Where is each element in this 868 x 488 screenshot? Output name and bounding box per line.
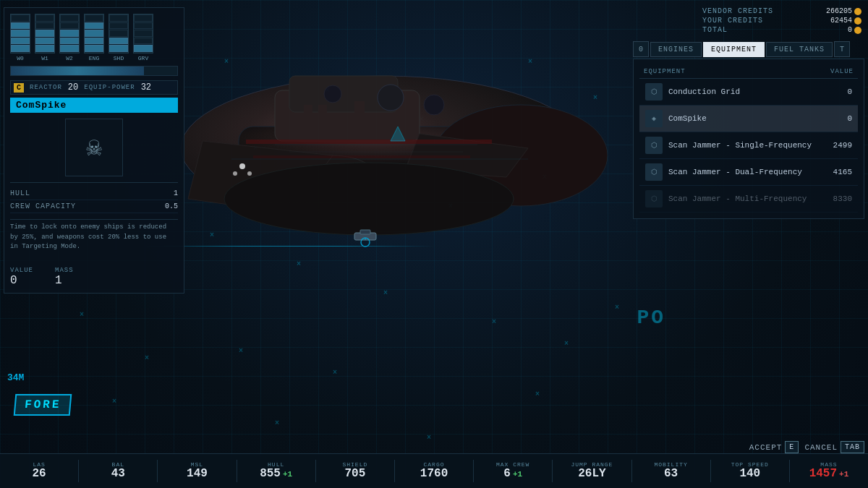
equip-item-2[interactable]: ⬡ Scan Jammer - Single-Frequency 2499 <box>639 132 858 159</box>
accept-cancel-bar: ACCEPT E CANCEL TAB <box>749 441 864 453</box>
equip-icon-0: ⬡ <box>645 83 663 100</box>
tab-t[interactable]: T <box>834 41 850 57</box>
equipment-col-label: EQUIPMENT <box>644 68 686 75</box>
stat-bar-w2: W2 <box>59 14 80 61</box>
equip-icon-2: ⬡ <box>645 137 663 154</box>
small-ship-object <box>347 224 383 253</box>
equip-name-4: Scan Jammer - Multi-Frequency <box>668 194 817 203</box>
stat-bar-grv: GRV <box>133 14 153 61</box>
scan-line <box>145 246 434 247</box>
tab-engines[interactable]: ENGINES <box>650 42 702 57</box>
cargo-value: 1760 <box>420 468 448 481</box>
msl-value: 149 <box>187 468 208 481</box>
equip-icon-3: ⬡ <box>645 163 663 181</box>
reactor-row: C REACTOR 20 EQUIP-POWER 32 <box>10 80 178 95</box>
distance-label: 34M <box>7 372 24 383</box>
svg-rect-21 <box>253 155 470 158</box>
bottom-stats-bar: LAS 26 BAL 43 MSL 149 HULL 855+1 SHIELD … <box>0 453 868 488</box>
equip-name-1: ComSpike <box>668 114 817 123</box>
equip-name-0: Conduction Grid <box>668 87 817 96</box>
crew-stat-row: CREW CAPACITY 0.5 <box>10 200 178 213</box>
equip-item-4[interactable]: ⬡ Scan Jammer - Multi-Frequency 8330 <box>639 186 858 213</box>
fore-label: FORE <box>14 394 72 416</box>
credits-area: VENDOR CREDITS 266205 YOUR CREDITS 62454… <box>633 7 864 35</box>
credit-icon <box>854 8 861 15</box>
equipment-panel: EQUIPMENT VALUE ⬡ Conduction Grid 0 ◈ Co… <box>633 59 864 219</box>
hull-label: HULL <box>10 189 30 197</box>
equip-item-3[interactable]: ⬡ Scan Jammer - Dual-Frequency 4165 <box>639 159 858 186</box>
max-crew-value: 6+1 <box>503 468 522 481</box>
stat-las: LAS 26 <box>0 460 79 482</box>
stat-bar-shd: SHD <box>109 14 129 61</box>
cancel-button[interactable]: CANCEL TAB <box>804 441 864 453</box>
your-credits-value: 62454 <box>830 17 861 25</box>
selected-item-name: ComSpike <box>10 98 178 113</box>
stat-bar-w1: W1 <box>35 14 55 61</box>
reactor-value: 20 <box>68 82 78 93</box>
left-panel: W0 W1 <box>4 7 184 294</box>
jump-range-value: 26LY <box>578 468 605 481</box>
mass-group: MASS 1 <box>55 267 74 287</box>
item-icon-area: ☠ <box>65 119 123 176</box>
stat-bal: BAL 43 <box>79 460 158 482</box>
stat-jump-range: JUMP RANGE 26LY <box>553 460 631 482</box>
mass-value: 1457+1 <box>809 468 849 481</box>
svg-point-17 <box>324 85 341 103</box>
mass-amount: 1 <box>55 274 74 287</box>
tab-number[interactable]: 0 <box>633 41 649 57</box>
crew-value: 0.5 <box>165 202 178 210</box>
vendor-credits-row: VENDOR CREDITS 266205 <box>702 7 861 15</box>
vendor-credits-value: 266205 <box>826 7 861 15</box>
right-panel: VENDOR CREDITS 266205 YOUR CREDITS 62454… <box>633 7 864 219</box>
stat-msl: MSL 149 <box>158 460 237 482</box>
your-credits-row: YOUR CREDITS 62454 <box>702 17 861 25</box>
value-group: VALUE 0 <box>10 267 33 287</box>
top-speed-value: 140 <box>739 468 760 481</box>
accept-label: ACCEPT <box>749 443 783 452</box>
x-marker: × <box>275 419 279 427</box>
x-marker: × <box>80 311 84 319</box>
value-mass-row: VALUE 0 MASS 1 <box>10 264 178 287</box>
hull-value: 1 <box>174 189 178 197</box>
your-credits-label: YOUR CREDITS <box>702 17 763 25</box>
stat-bar-w0: W0 <box>10 14 30 61</box>
tab-equipment[interactable]: EQUIPMENT <box>703 42 765 57</box>
total-credits-row: TOTAL 0 <box>702 26 861 34</box>
equip-val-1: 0 <box>823 114 852 123</box>
svg-point-13 <box>239 163 245 169</box>
vendor-credits-label: VENDOR CREDITS <box>702 7 773 15</box>
svg-rect-20 <box>246 140 492 144</box>
equip-icon-4: ⬡ <box>645 190 663 207</box>
svg-rect-28 <box>360 230 370 234</box>
stat-shield: SHIELD 705 <box>316 460 395 482</box>
svg-point-18 <box>424 95 444 115</box>
equip-item-1[interactable]: ◈ ComSpike 0 <box>639 106 858 132</box>
stat-bars-row: W0 W1 <box>10 14 178 61</box>
equip-item-0[interactable]: ⬡ Conduction Grid 0 <box>639 79 858 106</box>
max-crew-label: MAX CREW <box>496 461 529 468</box>
hull-stat-value: 855+1 <box>260 468 292 481</box>
value-col-label: VALUE <box>830 68 854 75</box>
accept-button[interactable]: ACCEPT E <box>749 441 799 453</box>
reactor-grade: C <box>14 83 24 93</box>
credit-icon-2 <box>854 17 861 25</box>
skull-icon: ☠ <box>86 132 102 163</box>
equip-name-2: Scan Jammer - Single-Frequency <box>668 141 817 150</box>
stat-hull: HULL 855+1 <box>237 460 316 482</box>
accept-key: E <box>785 441 799 453</box>
equip-icon-1: ◈ <box>645 110 663 127</box>
total-credits-label: TOTAL <box>702 26 728 34</box>
ship-svg <box>130 14 637 376</box>
total-credits-value: 0 <box>848 26 861 34</box>
tab-fuel-tanks[interactable]: FUEL TANKS <box>766 42 833 57</box>
shield-value: 705 <box>344 468 365 481</box>
stat-cargo: CARGO 1760 <box>395 460 474 482</box>
equip-val-3: 4165 <box>823 168 852 176</box>
credit-icon-3 <box>854 27 861 34</box>
equipment-list-header: EQUIPMENT VALUE <box>639 65 858 79</box>
ship-display <box>130 14 637 376</box>
equip-power-value: 32 <box>141 82 151 93</box>
las-value: 26 <box>32 468 46 481</box>
mobility-value: 63 <box>664 468 678 481</box>
reactor-label: REACTOR <box>30 84 62 91</box>
